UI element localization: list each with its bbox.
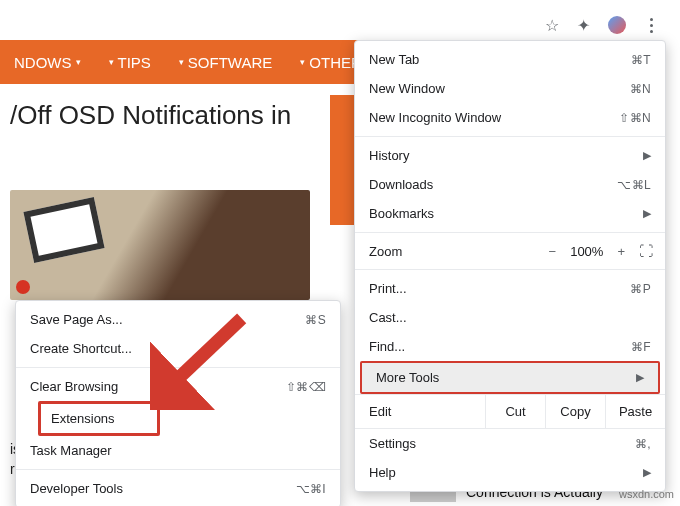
menu-edit-label: Edit [355, 395, 485, 428]
menu-cast[interactable]: Cast... [355, 303, 665, 332]
kebab-menu-icon[interactable] [644, 18, 658, 33]
menu-zoom: Zoom − 100% + ⛶ [355, 237, 665, 265]
menu-incognito[interactable]: New Incognito Window⇧⌘N [355, 103, 665, 132]
submenu-save-page[interactable]: Save Page As...⌘S [16, 305, 340, 334]
menu-bookmarks[interactable]: Bookmarks▶ [355, 199, 665, 228]
submenu-clear-browsing[interactable]: Clear Browsing⇧⌘⌫ [16, 372, 340, 401]
chevron-right-icon: ▶ [643, 207, 651, 220]
menu-help[interactable]: Help▶ [355, 458, 665, 487]
menu-history[interactable]: History▶ [355, 141, 665, 170]
menu-print[interactable]: Print...⌘P [355, 274, 665, 303]
submenu-create-shortcut[interactable]: Create Shortcut... [16, 334, 340, 363]
article-image [10, 190, 310, 300]
menu-find[interactable]: Find...⌘F [355, 332, 665, 361]
menu-edit-row: Edit Cut Copy Paste [355, 394, 665, 429]
menu-new-window[interactable]: New Window⌘N [355, 74, 665, 103]
chrome-menu: New Tab⌘T New Window⌘N New Incognito Win… [354, 40, 666, 492]
chevron-right-icon: ▶ [643, 466, 651, 479]
chevron-right-icon: ▶ [636, 371, 644, 384]
chevron-down-icon: ▾ [300, 57, 305, 67]
edit-paste-button[interactable]: Paste [605, 395, 665, 428]
submenu-task-manager[interactable]: Task Manager [16, 436, 340, 465]
site-nav: NDOWS▾ ▾TIPS ▾SOFTWARE ▾OTHER [0, 40, 360, 84]
menu-more-tools[interactable]: More Tools▶ [362, 363, 658, 392]
edit-cut-button[interactable]: Cut [485, 395, 545, 428]
chevron-down-icon: ▾ [179, 57, 184, 67]
browser-toolbar: ☆ ✦ [0, 10, 668, 40]
puzzle-icon[interactable]: ✦ [577, 16, 590, 35]
separator [355, 232, 665, 233]
zoom-level: 100% [570, 244, 603, 259]
separator [16, 367, 340, 368]
separator [355, 136, 665, 137]
star-icon[interactable]: ☆ [545, 16, 559, 35]
profile-avatar[interactable] [608, 16, 626, 34]
edit-copy-button[interactable]: Copy [545, 395, 605, 428]
menu-downloads[interactable]: Downloads⌥⌘L [355, 170, 665, 199]
chevron-right-icon: ▶ [643, 149, 651, 162]
submenu-extensions[interactable]: Extensions [41, 404, 157, 433]
nav-item-software[interactable]: ▾SOFTWARE [165, 54, 286, 71]
zoom-in-button[interactable]: + [617, 244, 625, 259]
menu-new-tab[interactable]: New Tab⌘T [355, 45, 665, 74]
zoom-out-button[interactable]: − [549, 244, 557, 259]
watermark: wsxdn.com [619, 488, 674, 500]
page-title: /Off OSD Notifications in [10, 100, 291, 131]
chevron-down-icon: ▾ [109, 57, 114, 67]
menu-settings[interactable]: Settings⌘, [355, 429, 665, 458]
fullscreen-icon[interactable]: ⛶ [639, 243, 651, 259]
more-tools-submenu: Save Page As...⌘S Create Shortcut... Cle… [15, 300, 341, 506]
chevron-down-icon: ▾ [76, 57, 81, 67]
highlight-more-tools: More Tools▶ [360, 361, 660, 394]
nav-item-tips[interactable]: ▾TIPS [95, 54, 165, 71]
nav-item-windows[interactable]: NDOWS▾ [0, 54, 95, 71]
submenu-developer-tools[interactable]: Developer Tools⌥⌘I [16, 474, 340, 503]
separator [355, 269, 665, 270]
separator [16, 469, 340, 470]
highlight-extensions: Extensions [38, 401, 160, 436]
